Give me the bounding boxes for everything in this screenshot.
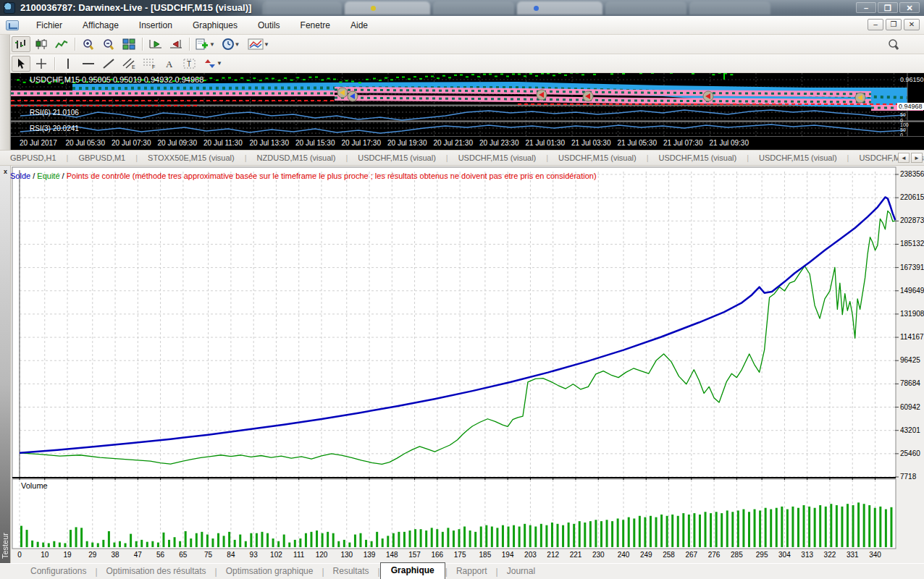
svg-text:185: 185 bbox=[479, 551, 492, 559]
close-button[interactable]: ✕ bbox=[899, 2, 920, 13]
svg-text:149649: 149649 bbox=[900, 287, 924, 295]
fibonacci-icon[interactable]: F bbox=[140, 56, 159, 72]
menu-outils[interactable]: Outils bbox=[248, 17, 290, 33]
favicon-dot bbox=[371, 6, 376, 11]
chart-tab-8[interactable]: USDCHF,M15 (visual) bbox=[749, 151, 847, 164]
bar-chart-icon[interactable] bbox=[12, 36, 30, 52]
tester-chart-legend: Solde / Equité / Points de contrôle (mét… bbox=[10, 172, 597, 180]
tester-tab-rapport[interactable]: Rapport bbox=[448, 564, 496, 579]
chart-tab-0[interactable]: GBPUSD,H1 bbox=[0, 151, 67, 164]
svg-text:220615: 220615 bbox=[900, 193, 924, 201]
time-label: 20 Jul 23:30 bbox=[479, 139, 519, 147]
background-browser-tab bbox=[433, 1, 514, 14]
svg-text:E: E bbox=[132, 64, 135, 69]
chart-tab-1[interactable]: GBPUSD,M1 bbox=[68, 151, 135, 164]
chart-tab-4[interactable]: USDCHF,M15 (visual) bbox=[348, 151, 446, 164]
svg-text:120: 120 bbox=[316, 551, 328, 559]
chart-tab-6[interactable]: USDCHF,M15 (visual) bbox=[548, 151, 647, 164]
crosshair-icon[interactable] bbox=[32, 56, 51, 72]
svg-text:29: 29 bbox=[88, 551, 97, 559]
menu-fenetre[interactable]: Fenetre bbox=[290, 17, 340, 33]
text-icon[interactable]: A bbox=[160, 56, 179, 72]
toolbar-separator bbox=[189, 38, 190, 51]
auto-scroll-icon[interactable] bbox=[146, 36, 165, 52]
candlestick-icon[interactable] bbox=[32, 36, 51, 52]
rsi3-label: RSI(3) 20.0241 bbox=[30, 124, 79, 132]
tab-scroll-buttons: ◄ ► bbox=[898, 153, 923, 163]
horizontal-line-icon[interactable] bbox=[79, 56, 98, 72]
svg-text:7718: 7718 bbox=[900, 473, 917, 481]
tester-close-icon[interactable]: x bbox=[1, 168, 9, 176]
menu-graphiques[interactable]: Graphiques bbox=[182, 17, 248, 33]
tab-scroll-right-icon[interactable]: ► bbox=[911, 153, 923, 163]
menu-fichier[interactable]: Fichier bbox=[26, 17, 72, 33]
tester-chart-canvas: 2383562206152028731851321673911496491319… bbox=[11, 166, 924, 563]
title-bar: 2100036787: Darwinex-Live - [USDCHF,M15 … bbox=[0, 0, 924, 16]
svg-text:267: 267 bbox=[685, 551, 697, 559]
svg-text:148: 148 bbox=[386, 551, 398, 559]
tester-tab-configurations[interactable]: Configurations bbox=[22, 564, 95, 579]
tester-tab-graphique[interactable]: Graphique bbox=[380, 562, 445, 579]
timeframe-clock-icon[interactable]: ▼ bbox=[219, 36, 244, 52]
menu-affichage[interactable]: Affichage bbox=[72, 17, 129, 33]
svg-text:258: 258 bbox=[663, 551, 675, 559]
mdi-restore-button[interactable]: ❐ bbox=[886, 19, 902, 30]
tester-side-strip: x Testeur bbox=[0, 166, 11, 563]
time-label: 20 Jul 19:30 bbox=[387, 139, 427, 147]
svg-text:96425: 96425 bbox=[900, 356, 920, 364]
cursor-icon[interactable] bbox=[12, 56, 30, 72]
new-order-icon[interactable]: ▼ bbox=[193, 36, 218, 52]
background-browser-tab bbox=[345, 1, 430, 14]
svg-text:102: 102 bbox=[270, 551, 282, 559]
window-left-frame bbox=[0, 35, 10, 166]
tab-scroll-left-icon[interactable]: ◄ bbox=[898, 153, 910, 163]
trendline-icon[interactable] bbox=[99, 56, 118, 72]
menu-insertion[interactable]: Insertion bbox=[129, 17, 182, 33]
minimize-button[interactable]: – bbox=[856, 2, 876, 13]
svg-text:202873: 202873 bbox=[900, 216, 924, 224]
svg-text:295: 295 bbox=[756, 551, 768, 559]
rsi-scale-tick: 50 bbox=[900, 112, 906, 117]
chart-tab-5[interactable]: USDCHF,M15 (visual) bbox=[448, 151, 547, 164]
chart-tab-7[interactable]: USDCHF,M15 (visual) bbox=[649, 151, 747, 164]
text-label-icon[interactable]: T bbox=[180, 56, 199, 72]
svg-text:93: 93 bbox=[250, 551, 259, 559]
toolbar-separator bbox=[75, 38, 75, 51]
svg-text:10: 10 bbox=[41, 551, 49, 559]
tester-panel-label[interactable]: Testeur bbox=[1, 533, 9, 559]
arrows-icon[interactable]: ▼ bbox=[201, 56, 227, 72]
time-label: 20 Jul 07:30 bbox=[112, 139, 151, 147]
tester-tab-optimisation-des-r-sultats[interactable]: Optimisation des résultats bbox=[98, 564, 215, 579]
background-browser-tab bbox=[262, 1, 342, 14]
svg-text:139: 139 bbox=[364, 551, 376, 559]
chart-tab-2[interactable]: STOXX50E,M15 (visual) bbox=[138, 151, 245, 164]
chart-tab-3[interactable]: NZDUSD,M15 (visual) bbox=[247, 151, 346, 164]
menu-aide[interactable]: Aide bbox=[340, 17, 378, 33]
zoom-out-icon[interactable] bbox=[99, 36, 118, 52]
mdi-close-button[interactable]: ✕ bbox=[904, 19, 920, 30]
svg-text:43201: 43201 bbox=[900, 426, 920, 434]
svg-text:60942: 60942 bbox=[900, 403, 920, 411]
tester-tab-resultats[interactable]: Resultats bbox=[324, 564, 378, 579]
find-icon[interactable] bbox=[884, 36, 903, 52]
chart-tab-bar: GBPUSD,H1|GBPUSD,M1|STOXX50E,M15 (visual… bbox=[0, 150, 924, 166]
zoom-in-icon[interactable] bbox=[79, 36, 98, 52]
indicators-icon[interactable]: ▼ bbox=[245, 36, 273, 52]
chart-shift-icon[interactable] bbox=[167, 36, 185, 52]
svg-text:47: 47 bbox=[134, 551, 143, 559]
tile-windows-icon[interactable] bbox=[119, 36, 138, 52]
dropdown-caret-icon: ▼ bbox=[235, 41, 240, 48]
svg-text:F: F bbox=[152, 64, 155, 69]
vertical-line-icon[interactable] bbox=[59, 56, 77, 72]
equidistant-channel-icon[interactable]: E bbox=[119, 56, 138, 72]
chart-system-icon[interactable] bbox=[6, 20, 19, 30]
line-chart-icon[interactable] bbox=[52, 36, 71, 52]
svg-text:65: 65 bbox=[179, 551, 188, 559]
favicon-dot bbox=[534, 6, 539, 11]
line-studies-toolbar: E F A T ▼ bbox=[0, 54, 924, 73]
tester-tab-optimsation-graphique[interactable]: Optimsation graphique bbox=[217, 564, 322, 579]
tester-tab-journal[interactable]: Journal bbox=[498, 564, 544, 579]
svg-text:249: 249 bbox=[640, 551, 652, 559]
mdi-minimize-button[interactable]: – bbox=[868, 19, 883, 30]
maximize-button[interactable]: ❐ bbox=[878, 2, 898, 13]
